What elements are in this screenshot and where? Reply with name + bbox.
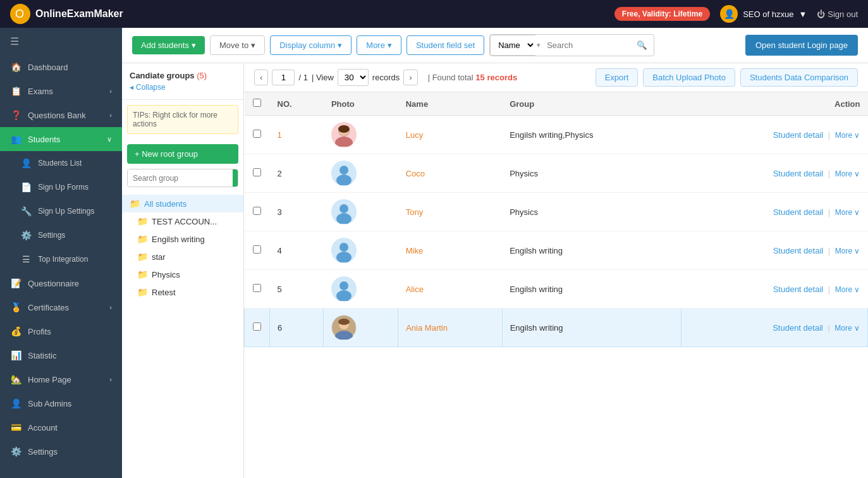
svg-point-13 [339, 243, 348, 252]
export-button[interactable]: Export [596, 68, 639, 87]
row-checkbox-6[interactable] [253, 322, 261, 331]
student-detail-link-2[interactable]: Student detail [773, 169, 824, 178]
chevron-right-icon-home: › [109, 376, 112, 383]
row-checkbox-cell-1 [245, 116, 270, 154]
student-field-set-button[interactable]: Student field set [406, 35, 484, 55]
sidebar-item-statistic[interactable]: 📊 Statistic [0, 343, 122, 367]
sidebar-item-home-page[interactable]: 🏡 Home Page › [0, 367, 122, 391]
groups-panel: Candiate groups (5) ◂ Collapse TIPs: Rig… [122, 63, 244, 478]
select-all-checkbox[interactable] [253, 99, 261, 107]
row-checkbox-3[interactable] [253, 207, 261, 215]
student-name-link-4[interactable]: Mike [406, 246, 423, 255]
sidebar-item-students[interactable]: 👥 Students ∨ [0, 127, 122, 151]
search-group-button[interactable]: 🔍 [233, 169, 238, 187]
student-name-link-1[interactable]: Lucy [406, 130, 423, 140]
row-checkbox-1[interactable] [253, 130, 261, 138]
collapse-arrow-icon: ◂ [130, 83, 133, 92]
sidebar-item-questionnaire[interactable]: 📝 Questionnaire [0, 271, 122, 295]
sidebar-item-student-settings[interactable]: ⚙️ Settings [0, 223, 122, 247]
avatar-3 [332, 200, 356, 224]
row-no-4: 4 [270, 231, 324, 270]
action-buttons: Export Batch Upload Photo Students Data … [596, 68, 858, 87]
row-action-6: Student detail | More ∨ [681, 309, 867, 347]
list-icon: 👤 [20, 158, 32, 168]
group-label-star: star [152, 252, 166, 262]
group-item-star[interactable]: 📁 star [122, 248, 243, 266]
move-to-button[interactable]: Move to ▾ [210, 35, 265, 55]
prev-page-button[interactable]: ‹ [254, 70, 268, 85]
sign-out-button[interactable]: ⏻ Sign out [817, 9, 858, 19]
search-field-select[interactable]: Name [490, 35, 535, 56]
records-label: records [372, 73, 400, 82]
student-detail-link-5[interactable]: Student detail [773, 285, 824, 294]
sidebar-item-signup-settings[interactable]: 🔧 Sign Up Settings [0, 199, 122, 223]
group-item-all[interactable]: 📁 All students [122, 195, 243, 212]
row-checkbox-4[interactable] [253, 245, 261, 254]
table-row: 4 [245, 231, 868, 270]
group-label-test: TEST ACCOUN... [152, 217, 217, 226]
row-no-link-1[interactable]: 1 [278, 130, 282, 140]
page-input[interactable] [272, 70, 295, 85]
col-header-name: Name [398, 92, 502, 116]
group-item-english[interactable]: 📁 Engilsh writing [122, 230, 243, 248]
student-field-set-label: Student field set [416, 40, 475, 50]
group-item-retest[interactable]: 📁 Retest [122, 283, 243, 301]
comparison-button[interactable]: Students Data Comparison [740, 68, 858, 87]
new-root-group-button[interactable]: + New root group [127, 144, 238, 164]
row-checkbox-5[interactable] [253, 284, 261, 292]
sidebar-item-questions-bank[interactable]: ❓ Questions Bank › [0, 103, 122, 127]
groups-header: Candiate groups (5) ◂ Collapse [122, 63, 243, 100]
more-action-3[interactable]: More ∨ [835, 208, 860, 217]
more-action-6[interactable]: More ∨ [834, 324, 860, 333]
svg-point-10 [339, 204, 348, 213]
hamburger-icon[interactable]: ☰ [0, 28, 122, 55]
row-no-5: 5 [270, 270, 324, 309]
sidebar-item-students-list[interactable]: 👤 Students List [0, 151, 122, 175]
more-button[interactable]: More ▾ [357, 35, 401, 55]
more-action-2[interactable]: More ∨ [835, 169, 860, 178]
view-select[interactable]: 30 [338, 69, 369, 86]
sidebar-item-dashboard[interactable]: 🏠 Dashboard [0, 55, 122, 79]
chevron-right-icon-2: › [109, 111, 112, 119]
sidebar-label-account: Account [28, 423, 58, 432]
student-detail-link-4[interactable]: Student detail [773, 246, 824, 255]
power-icon: ⏻ [817, 9, 825, 19]
sidebar-item-signup-forms[interactable]: 📄 Sign Up Forms [0, 175, 122, 199]
more-action-1[interactable]: More ∨ [835, 131, 860, 140]
chevron-more-icon: ▾ [388, 40, 392, 50]
sidebar-item-exams[interactable]: 📋 Exams › [0, 79, 122, 103]
search-button[interactable]: 🔍 [630, 36, 654, 54]
collapse-button[interactable]: ◂ Collapse [130, 83, 236, 92]
student-detail-link-1[interactable]: Student detail [773, 130, 824, 140]
sidebar-item-sub-admins[interactable]: 👤 Sub Admins [0, 391, 122, 415]
student-detail-link-6[interactable]: Student detail [773, 323, 823, 333]
sidebar-item-profits[interactable]: 💰 Profits [0, 319, 122, 343]
search-input[interactable] [542, 36, 630, 54]
more-action-4[interactable]: More ∨ [835, 247, 860, 255]
student-name-link-5[interactable]: Alice [406, 285, 424, 294]
open-login-page-button[interactable]: Open student Login page [745, 35, 858, 56]
sidebar-item-top-integration[interactable]: ☰ Top Integration [0, 247, 122, 271]
batch-upload-button[interactable]: Batch Upload Photo [643, 68, 735, 87]
sidebar-item-certificates[interactable]: 🏅 Certificates › [0, 295, 122, 319]
table-panel: ‹ / 1 | View 30 records › | Found total … [244, 63, 868, 478]
row-group-2: Physics [502, 154, 681, 193]
row-checkbox-2[interactable] [253, 168, 261, 176]
group-item-physics[interactable]: 📁 Physics [122, 266, 243, 283]
row-no-1: 1 [270, 116, 324, 154]
sidebar-item-settings[interactable]: ⚙️ Settings [0, 439, 122, 463]
student-name-link-2[interactable]: Coco [406, 169, 425, 178]
search-group-input[interactable] [128, 169, 233, 187]
group-item-test[interactable]: 📁 TEST ACCOUN... [122, 212, 243, 230]
student-name-link-3[interactable]: Tony [406, 207, 423, 217]
user-info[interactable]: 👤 SEO of hzxue ▼ [720, 5, 807, 23]
next-page-button[interactable]: › [403, 70, 417, 85]
sidebar-label-signup-settings: Sign Up Settings [38, 207, 94, 216]
more-action-5[interactable]: More ∨ [835, 285, 860, 294]
sidebar-item-account[interactable]: 💳 Account [0, 415, 122, 439]
student-name-link-6[interactable]: Ania Martin [406, 323, 448, 333]
student-detail-link-3[interactable]: Student detail [773, 207, 824, 217]
add-students-button[interactable]: Add students ▾ [132, 36, 205, 54]
display-column-button[interactable]: Display column ▾ [270, 35, 351, 55]
table-actions-bar: ‹ / 1 | View 30 records › | Found total … [244, 63, 868, 92]
